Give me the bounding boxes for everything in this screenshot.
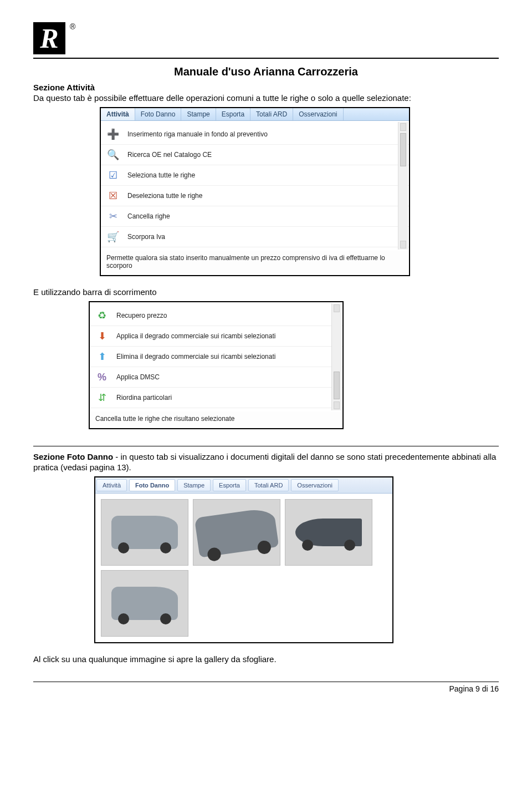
photo-thumbnail[interactable] bbox=[101, 499, 188, 566]
tab-attivita[interactable]: Attività bbox=[101, 108, 135, 120]
list-item-label: Riordina particolari bbox=[116, 394, 172, 402]
photo-thumbnail[interactable] bbox=[101, 570, 188, 637]
cart-icon: 🛒 bbox=[106, 230, 120, 243]
list-item-label: Ricerca OE nel Catalogo CE bbox=[127, 151, 212, 159]
list-item[interactable]: ⬆ Elimina il degrado commerciale sui ric… bbox=[90, 347, 342, 367]
list-item-label: Applica DMSC bbox=[116, 373, 160, 381]
tab-esporta[interactable]: Esporta bbox=[213, 479, 246, 491]
screenshot-foto-danno: Attività Foto Danno Stampe Esporta Total… bbox=[94, 476, 393, 643]
section-attivita-heading: Sezione Attività bbox=[33, 83, 95, 92]
closing-note: Al click su una qualunque immagine si ap… bbox=[33, 654, 499, 665]
tab-totali-ard[interactable]: Totali ARD bbox=[250, 108, 293, 120]
plus-icon: ➕ bbox=[106, 128, 120, 141]
list-item-label: Cancella righe bbox=[127, 212, 170, 220]
section-foto-danno-para: Sezione Foto Danno - in questo tab si vi… bbox=[33, 452, 499, 473]
list-footnote: Permette qualora sia stato inserito manu… bbox=[101, 251, 409, 276]
section-attivita-intro: Da questo tab è possibile effettuare del… bbox=[33, 93, 411, 103]
tab-osservazioni[interactable]: Osservazioni bbox=[293, 108, 343, 120]
tab-osservazioni[interactable]: Osservazioni bbox=[291, 479, 339, 491]
footer-rule bbox=[33, 682, 499, 682]
list-item-label: Elimina il degrado commerciale sui ricam… bbox=[116, 353, 275, 360]
arrow-up-icon: ⬆ bbox=[95, 350, 109, 363]
doc-title: Manuale d'uso Arianna Carrozzeria bbox=[33, 65, 499, 78]
tab-attivita[interactable]: Attività bbox=[96, 479, 127, 491]
check-all-icon: ☑ bbox=[106, 169, 120, 182]
header-logo-row: R ® bbox=[33, 22, 499, 54]
tabbar-photo: Attività Foto Danno Stampe Esporta Total… bbox=[95, 477, 392, 494]
logo-letter: R bbox=[40, 24, 58, 52]
section-foto-danno-heading: Sezione Foto Danno bbox=[33, 452, 113, 461]
tab-esporta[interactable]: Esporta bbox=[216, 108, 250, 120]
photo-thumbnails bbox=[95, 494, 392, 642]
attivita-list-2: ♻ Recupero prezzo ⬇ Applica il degrado c… bbox=[90, 302, 342, 411]
attivita-list: ➕ Inserimento riga manuale in fondo al p… bbox=[101, 121, 409, 251]
list-item-label: Applica il degrado commerciale sui ricam… bbox=[116, 332, 275, 340]
list-footnote-2: Cancella tutte le righe che risultano se… bbox=[90, 411, 342, 428]
page-footer: Pagina 9 di 16 bbox=[33, 682, 499, 693]
scroll-note: E utilizzando barra di scorrimento bbox=[33, 287, 499, 298]
list-item[interactable]: ♻ Recupero prezzo bbox=[90, 306, 342, 326]
list-item[interactable]: 🛒 Scorpora Iva bbox=[101, 227, 409, 247]
tab-stampe[interactable]: Stampe bbox=[177, 479, 211, 491]
reorder-icon: ⇵ bbox=[95, 391, 109, 404]
scrollbar[interactable] bbox=[331, 303, 341, 410]
page-number: Pagina 9 di 16 bbox=[33, 684, 499, 693]
search-icon: 🔍 bbox=[106, 148, 120, 161]
list-item[interactable]: ➕ Inserimento riga manuale in fondo al p… bbox=[101, 124, 409, 145]
tab-stampe[interactable]: Stampe bbox=[181, 108, 216, 120]
list-item-label: Seleziona tutte le righe bbox=[127, 171, 195, 179]
tab-totali-ard[interactable]: Totali ARD bbox=[248, 479, 289, 491]
list-item[interactable]: ☑ Seleziona tutte le righe bbox=[101, 165, 409, 186]
arrow-down-icon: ⬇ bbox=[95, 329, 109, 343]
scrollbar[interactable] bbox=[398, 122, 408, 250]
list-item-label: Recupero prezzo bbox=[116, 312, 167, 319]
percent-icon: % bbox=[95, 370, 109, 384]
list-item[interactable]: 🔍 Ricerca OE nel Catalogo CE bbox=[101, 145, 409, 165]
section-divider bbox=[33, 446, 499, 446]
section-attivita-para: Sezione Attività Da questo tab è possibi… bbox=[33, 83, 499, 104]
logo: R bbox=[33, 22, 65, 54]
tab-foto-danno[interactable]: Foto Danno bbox=[135, 108, 182, 120]
recycle-icon: ♻ bbox=[95, 309, 109, 322]
header-rule bbox=[33, 58, 499, 59]
photo-thumbnail[interactable] bbox=[285, 499, 372, 566]
list-item[interactable]: ☒ Deseleziona tutte le righe bbox=[101, 186, 409, 206]
list-item-label: Inserimento riga manuale in fondo al pre… bbox=[127, 130, 268, 138]
list-item[interactable]: ⬇ Applica il degrado commerciale sui ric… bbox=[90, 326, 342, 347]
scissors-icon: ✂ bbox=[106, 210, 120, 223]
uncheck-all-icon: ☒ bbox=[106, 189, 120, 202]
registered-mark: ® bbox=[70, 22, 75, 31]
tab-foto-danno[interactable]: Foto Danno bbox=[129, 479, 175, 491]
list-item[interactable]: ✂ Cancella righe bbox=[101, 206, 409, 227]
list-item[interactable]: ⇵ Riordina particolari bbox=[90, 388, 342, 408]
tabbar-1: Attività Foto Danno Stampe Esporta Total… bbox=[101, 108, 409, 121]
list-item-label: Scorpora Iva bbox=[127, 233, 165, 241]
screenshot-attivita-panel: Attività Foto Danno Stampe Esporta Total… bbox=[100, 107, 410, 277]
list-item-label: Deseleziona tutte le righe bbox=[127, 192, 202, 200]
list-item[interactable]: % Applica DMSC bbox=[90, 367, 342, 388]
photo-thumbnail[interactable] bbox=[193, 499, 280, 566]
screenshot-attivita-scrolled: ♻ Recupero prezzo ⬇ Applica il degrado c… bbox=[89, 301, 344, 429]
